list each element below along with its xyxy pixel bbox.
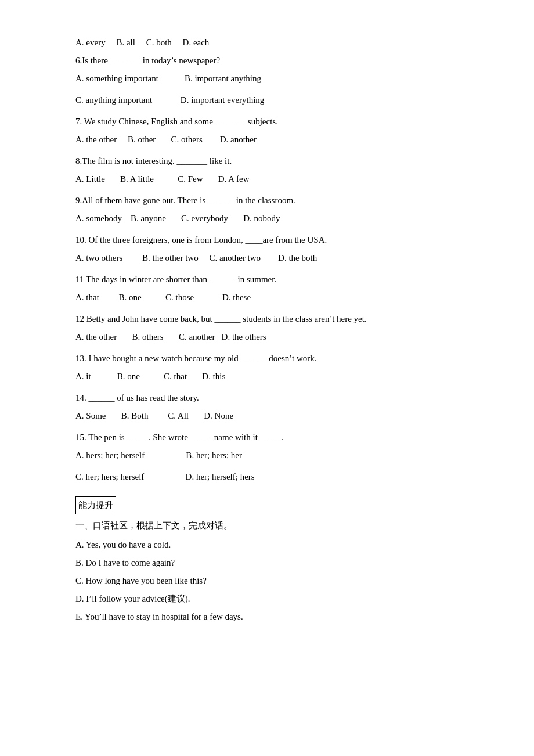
q8-opts: A. Little B. A little C. Few D. A few <box>75 171 459 187</box>
q8-text: 8.The film is not interesting. _______ l… <box>75 153 459 169</box>
q12-opts: A. the other B. others C. another D. the… <box>75 329 459 345</box>
q5-options-line: A. every B. all C. both D. each <box>75 35 459 51</box>
q13-opts: A. it B. one C. that D. this <box>75 369 459 384</box>
main-content: A. every B. all C. both D. each 6.Is the… <box>75 35 459 625</box>
q13-text: 13. I have bought a new watch because my… <box>75 351 459 366</box>
q7-text: 7. We study Chinese, English and some __… <box>75 114 459 129</box>
dialogue-d: D. I’ll follow your advice(建议). <box>75 591 459 607</box>
section-title: 能力提升 <box>75 496 116 514</box>
q5-options-text: A. every B. all C. both D. each <box>75 38 209 47</box>
q10-opts: A. two others B. the other two C. anothe… <box>75 250 459 266</box>
section-intro: 一、口语社区，根据上下文，完成对话。 <box>75 518 459 534</box>
q15-opt2: C. her; hers; herself D. her; herself; h… <box>75 469 459 485</box>
q9-text: 9.All of them have gone out. There is __… <box>75 193 459 208</box>
dialogue-e: E. You’ll have to stay in hospital for a… <box>75 609 459 625</box>
q10-text: 10. Of the three foreigners, one is from… <box>75 232 459 248</box>
q6-opt1: A. something important B. important anyt… <box>75 71 459 87</box>
q11-opts: A. that B. one C. those D. these <box>75 290 459 305</box>
q11-text: 11 The days in winter are shorter than _… <box>75 272 459 287</box>
q14-text: 14. ______ of us has read the story. <box>75 390 459 406</box>
dialogue-c: C. How long have you been like this? <box>75 573 459 589</box>
q12-text: 12 Betty and John have come back, but __… <box>75 311 459 327</box>
q9-opts: A. somebody B. anyone C. everybody D. no… <box>75 211 459 226</box>
q6-text: 6.Is there _______ in today’s newspaper? <box>75 53 459 69</box>
dialogue-a: A. Yes, you do have a cold. <box>75 537 459 553</box>
q7-opts: A. the other B. other C. others D. anoth… <box>75 132 459 147</box>
q15-text: 15. The pen is _____. She wrote _____ na… <box>75 430 459 445</box>
q6-opt2: C. anything important D. important every… <box>75 92 459 108</box>
q15-opt1: A. hers; her; herself B. her; hers; her <box>75 448 459 463</box>
q14-opts: A. Some B. Both C. All D. None <box>75 408 459 424</box>
dialogue-b: B. Do I have to come again? <box>75 555 459 571</box>
